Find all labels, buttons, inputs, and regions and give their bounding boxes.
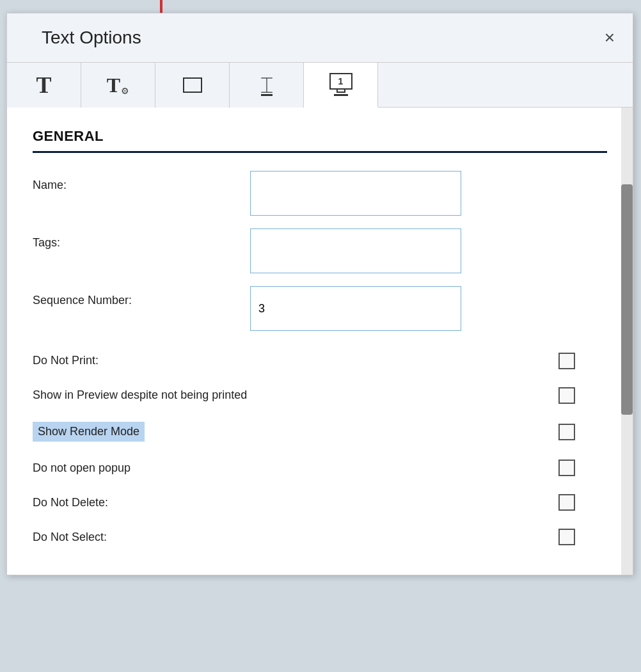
dialog-title: Text Options [42, 28, 141, 48]
do-not-select-label: Do Not Select: [33, 530, 107, 545]
scrollbar-thumb[interactable] [621, 184, 633, 415]
do-not-open-popup-wrapper [558, 460, 575, 476]
dialog-body: GENERAL Name: Tags: Sequence Number: Do … [7, 108, 633, 575]
tab-bar: T T ⚙ ⌶ 1 [7, 63, 633, 108]
do-not-open-popup-checkbox[interactable] [558, 460, 575, 476]
show-in-preview-wrapper [558, 387, 575, 404]
do-not-select-row: Do Not Select: [33, 520, 607, 554]
do-not-open-popup-row: Do not open popup [33, 451, 607, 485]
do-not-print-row: Do Not Print: [33, 344, 607, 378]
tags-input[interactable] [250, 228, 461, 273]
do-not-select-checkbox[interactable] [558, 529, 575, 545]
tab-text-gear[interactable]: T ⚙ [81, 63, 155, 108]
show-in-preview-row: Show in Preview despite not being printe… [33, 378, 607, 413]
tab-text[interactable]: T [7, 63, 81, 108]
do-not-print-label: Do Not Print: [33, 353, 99, 368]
show-in-preview-label: Show in Preview despite not being printe… [33, 388, 247, 403]
text-icon: T [36, 72, 51, 99]
do-not-print-wrapper [558, 353, 575, 369]
underline-icon: ⌶ [261, 75, 273, 96]
close-button[interactable]: × [602, 29, 617, 47]
section-title: GENERAL [33, 128, 607, 145]
show-render-mode-wrapper [558, 424, 575, 440]
monitor-base [334, 94, 348, 96]
monitor-icon: 1 [329, 73, 352, 96]
show-render-mode-label: Show Render Mode [33, 422, 145, 442]
name-row: Name: [33, 171, 607, 216]
sequence-number-row: Sequence Number: [33, 286, 607, 331]
text-options-dialog: Text Options × T T ⚙ ⌶ 1 [6, 13, 633, 575]
red-indicator [160, 0, 162, 13]
tags-label: Tags: [33, 228, 250, 250]
box-icon [183, 77, 202, 93]
section-divider [33, 151, 607, 153]
sequence-number-label: Sequence Number: [33, 286, 250, 307]
do-not-delete-label: Do Not Delete: [33, 495, 108, 510]
tab-box[interactable] [155, 63, 230, 108]
tab-monitor[interactable]: 1 [304, 63, 378, 108]
do-not-delete-row: Do Not Delete: [33, 485, 607, 520]
show-render-mode-checkbox[interactable] [558, 424, 575, 440]
dialog-header: Text Options × [7, 13, 633, 63]
scrollbar-track [621, 108, 633, 575]
text-gear-icon: T ⚙ [107, 74, 129, 97]
monitor-stand [336, 90, 345, 93]
sequence-number-input[interactable] [250, 286, 461, 331]
name-label: Name: [33, 171, 250, 192]
do-not-print-checkbox[interactable] [558, 353, 575, 369]
tab-underline[interactable]: ⌶ [230, 63, 304, 108]
name-input[interactable] [250, 171, 461, 216]
tags-row: Tags: [33, 228, 607, 273]
monitor-screen: 1 [329, 73, 352, 90]
do-not-select-wrapper [558, 529, 575, 545]
show-in-preview-checkbox[interactable] [558, 387, 575, 404]
do-not-delete-wrapper [558, 494, 575, 511]
do-not-delete-checkbox[interactable] [558, 494, 575, 511]
do-not-open-popup-label: Do not open popup [33, 461, 131, 476]
show-render-mode-row: Show Render Mode [33, 413, 607, 451]
